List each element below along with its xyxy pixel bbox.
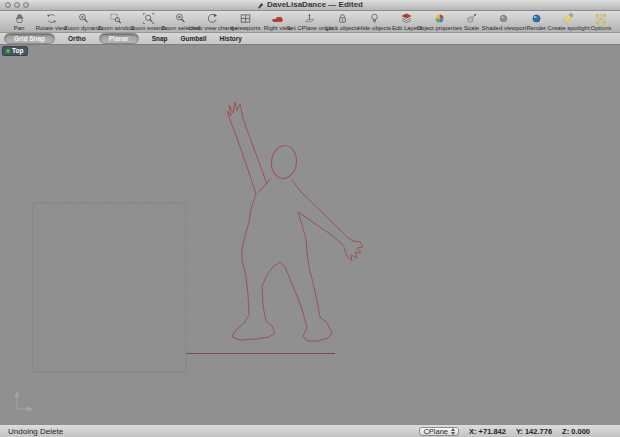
dancer-outline (227, 102, 363, 341)
create-spotlight-icon (561, 12, 576, 25)
tool-rotate-view[interactable]: Rotate view (35, 12, 67, 31)
viewport-canvas[interactable]: Top (0, 45, 620, 424)
tool-pan[interactable]: Pan (3, 12, 35, 31)
tool-options[interactable]: Options (585, 12, 617, 31)
minimize-button[interactable] (14, 2, 20, 8)
four-viewports-icon (238, 12, 253, 25)
zoom-window-icon (108, 12, 123, 25)
options-icon (593, 12, 608, 25)
history-toggle[interactable]: History (220, 35, 242, 42)
pan-icon (12, 12, 27, 25)
ortho-toggle[interactable]: Ortho (68, 35, 86, 42)
window-title: DaveLisaDance — Edited (257, 0, 363, 10)
render-icon (529, 12, 544, 25)
zoom-dynamic-icon (76, 12, 91, 25)
y-coordinate: Y: 142.776 (516, 427, 552, 436)
dancer-body (232, 194, 344, 341)
rotate-view-icon (44, 12, 59, 25)
cplane-grid (33, 203, 186, 372)
snap-mode-bar: Grid Snap Ortho Planar Snap Gumball Hist… (0, 33, 620, 45)
cplane-axis-icon (15, 392, 32, 411)
zoom-extents-icon (141, 12, 156, 25)
dancer-neck (259, 179, 270, 192)
stepper-arrows-icon (451, 428, 455, 435)
undo-view-change-icon (205, 12, 220, 25)
tool-4-viewports[interactable]: 4 viewports (229, 12, 261, 31)
document-proxy-icon (257, 2, 264, 9)
viewport-title-label: Top (12, 47, 23, 55)
window-controls (5, 2, 29, 8)
main-toolbar: Pan Rotate view Zoom dynamic Zoom window… (0, 11, 620, 33)
tool-hide-objects[interactable]: Hide objects (359, 12, 391, 31)
viewport-status-dot-icon (6, 49, 10, 53)
tool-lock-objects[interactable]: Lock objects (326, 12, 358, 31)
tool-set-cplane-origin[interactable]: Set CPlane origin (294, 12, 326, 31)
planar-toggle[interactable]: Planar (99, 33, 139, 44)
tool-object-properties[interactable]: Object properties (423, 12, 455, 31)
tool-zoom-window[interactable]: Zoom window (100, 12, 132, 31)
snap-toggle[interactable]: Snap (152, 35, 168, 42)
scale-icon (464, 12, 479, 25)
coordinate-readout: CPlane X: +71.842 Y: 142.776 Z: 0.000 (419, 427, 590, 436)
tool-undo-view-change[interactable]: Undo view change (197, 12, 229, 31)
shaded-viewport-icon (496, 12, 511, 25)
zoom-button[interactable] (23, 2, 29, 8)
gumball-toggle[interactable]: Gumball (181, 35, 207, 42)
tool-shaded-viewport[interactable]: Shaded viewport (488, 12, 520, 31)
tool-zoom-extents[interactable]: Zoom extents (132, 12, 164, 31)
status-message: Undoing Delete (8, 427, 63, 436)
object-properties-icon (432, 12, 447, 25)
viewport-title-tab[interactable]: Top (2, 46, 28, 56)
right-view-icon (270, 12, 285, 25)
dancer-head (270, 144, 299, 180)
status-bar: Undoing Delete CPlane X: +71.842 Y: 142.… (0, 424, 620, 437)
set-cplane-origin-icon (302, 12, 317, 25)
tool-create-spotlight[interactable]: Create spotlight (553, 12, 585, 31)
title-bar: DaveLisaDance — Edited (0, 0, 620, 11)
hide-objects-icon (367, 12, 382, 25)
zoom-selected-icon (173, 12, 188, 25)
close-button[interactable] (5, 2, 11, 8)
grid-snap-toggle[interactable]: Grid Snap (4, 33, 55, 44)
x-coordinate: X: +71.842 (469, 427, 506, 436)
coordinate-system-select[interactable]: CPlane (419, 427, 459, 436)
z-coordinate: Z: 0.000 (562, 427, 590, 436)
dancer-raised-arm (227, 102, 267, 194)
tool-zoom-dynamic[interactable]: Zoom dynamic (68, 12, 100, 31)
edit-layers-icon (399, 12, 414, 25)
lock-objects-icon (335, 12, 350, 25)
dancer-right-arm (292, 180, 363, 261)
scene-drawing (0, 45, 620, 424)
